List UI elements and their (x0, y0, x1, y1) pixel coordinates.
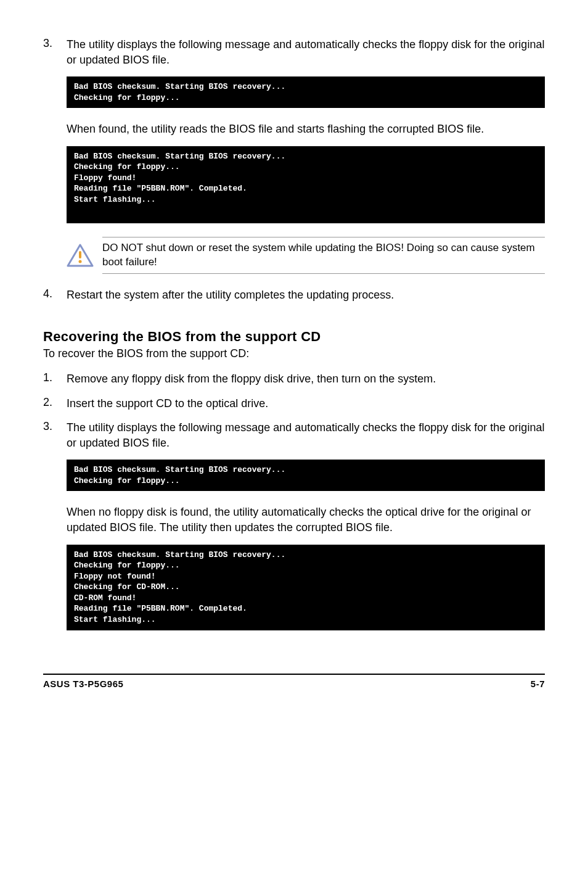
step-4: 4. Restart the system after the utility … (43, 287, 545, 303)
warning-box: DO NOT shut down or reset the system whi… (67, 237, 545, 274)
terminal-output-2: Bad BIOS checksum. Starting BIOS recover… (67, 146, 545, 224)
terminal-output-4: Bad BIOS checksum. Starting BIOS recover… (67, 545, 545, 630)
footer-page-number: 5-7 (531, 679, 545, 689)
section-heading: Recovering the BIOS from the support CD (43, 329, 545, 345)
warning-icon (67, 244, 94, 267)
page-content: 3. The utility displays the following me… (0, 0, 588, 708)
step-number: 3. (43, 37, 67, 68)
step-number: 1. (43, 371, 67, 387)
terminal-output-1: Bad BIOS checksum. Starting BIOS recover… (67, 76, 545, 108)
svg-point-2 (79, 260, 82, 263)
cd-step-3: 3. The utility displays the following me… (43, 420, 545, 451)
footer-product: ASUS T3-P5G965 (43, 679, 123, 689)
cd-step-2: 2. Insert the support CD to the optical … (43, 396, 545, 411)
svg-rect-1 (79, 251, 81, 258)
step-text: The utility displays the following messa… (67, 420, 545, 451)
step-text: The utility displays the following messa… (67, 37, 545, 68)
section-lead: To recover the BIOS from the support CD: (43, 347, 545, 360)
step-number: 4. (43, 287, 67, 303)
step-number: 3. (43, 420, 67, 451)
step-number: 2. (43, 396, 67, 411)
terminal-output-3: Bad BIOS checksum. Starting BIOS recover… (67, 460, 545, 491)
found-description: When found, the utility reads the BIOS f… (67, 122, 545, 137)
step-3a: 3. The utility displays the following me… (43, 37, 545, 68)
step-text: Restart the system after the utility com… (67, 287, 545, 303)
no-floppy-description: When no floppy disk is found, the utilit… (67, 505, 545, 535)
step-text: Remove any floppy disk from the floppy d… (67, 371, 545, 387)
page-footer: ASUS T3-P5G965 5-7 (43, 674, 545, 689)
cd-step-1: 1. Remove any floppy disk from the flopp… (43, 371, 545, 387)
step-text: Insert the support CD to the optical dri… (67, 396, 545, 411)
warning-text: DO NOT shut down or reset the system whi… (102, 237, 545, 274)
